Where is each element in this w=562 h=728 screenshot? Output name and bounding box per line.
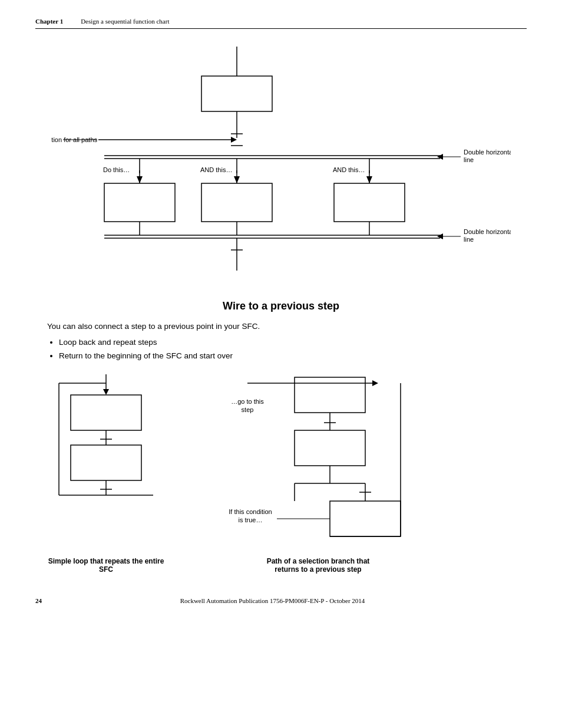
page-header: Chapter 1 Design a sequential function c… xyxy=(35,18,527,29)
top-diagram-svg: One transition for all paths Double hori… xyxy=(51,47,511,276)
svg-rect-15 xyxy=(104,183,175,222)
svg-rect-36 xyxy=(71,395,141,430)
section-wire: Wire to a previous step You can also con… xyxy=(35,300,527,360)
bullet-1: Loop back and repeat steps xyxy=(59,338,527,347)
left-diagram-caption: Simple loop that repeats the entire SFC xyxy=(47,557,165,574)
label-double-line-2-line2: line xyxy=(464,236,474,243)
left-diagram-container: Simple loop that repeats the entire SFC xyxy=(47,374,165,574)
page-footer: 24 Rockwell Automation Publication 1756-… xyxy=(35,597,527,604)
svg-text:If this condition: If this condition xyxy=(229,508,272,515)
left-diagram-svg xyxy=(47,374,165,551)
label-do-this: Do this… xyxy=(103,166,130,173)
label-and-this-1: AND this… xyxy=(200,166,232,173)
svg-rect-52 xyxy=(295,430,365,466)
bottom-diagrams: Simple loop that repeats the entire SFC … xyxy=(35,374,527,574)
page-number: 24 xyxy=(35,597,42,604)
right-diagram-container: …go to this step xyxy=(218,374,418,574)
svg-rect-25 xyxy=(334,183,405,222)
svg-marker-35 xyxy=(103,389,109,395)
label-double-line-2-line1: Double horizontal xyxy=(464,228,511,235)
svg-rect-1 xyxy=(201,76,272,111)
page: Chapter 1 Design a sequential function c… xyxy=(0,0,562,628)
label-double-line-1-line1: Double horizontal xyxy=(464,149,511,156)
svg-marker-46 xyxy=(372,380,378,386)
chapter-label: Chapter 1 xyxy=(35,18,63,25)
svg-rect-39 xyxy=(71,445,141,480)
svg-marker-4 xyxy=(231,137,237,143)
label-and-this-2: AND this… xyxy=(333,166,365,173)
chapter-title: Design a sequential function chart xyxy=(81,18,169,25)
section-heading: Wire to a previous step xyxy=(35,300,527,312)
right-diagram-caption: Path of a selection branch that returns … xyxy=(259,557,377,574)
svg-rect-49 xyxy=(295,377,365,413)
bullet-list: Loop back and repeat steps Return to the… xyxy=(59,338,527,360)
svg-rect-20 xyxy=(201,183,272,222)
top-diagram: One transition for all paths Double hori… xyxy=(51,47,511,276)
svg-text:…go to this: …go to this xyxy=(231,398,264,405)
right-diagram-svg: …go to this step xyxy=(218,374,418,551)
svg-text:is true…: is true… xyxy=(239,516,263,523)
section-intro: You can also connect a step to a previou… xyxy=(47,322,527,331)
publication-info: Rockwell Automation Publication 1756-PM0… xyxy=(180,597,365,604)
svg-rect-58 xyxy=(330,501,401,536)
label-double-line-1-line2: line xyxy=(464,156,474,163)
svg-text:step: step xyxy=(242,406,254,413)
bullet-2: Return to the beginning of the SFC and s… xyxy=(59,351,527,360)
